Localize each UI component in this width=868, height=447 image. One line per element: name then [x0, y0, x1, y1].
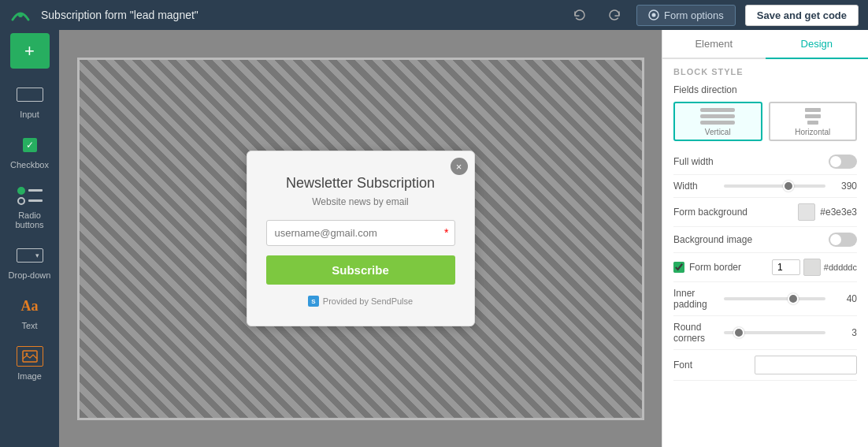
panel-tabs: Element Design [662, 30, 868, 59]
form-border-row: Form border #dddddc [673, 253, 857, 282]
form-popup: × Newsletter Subscription Website news b… [247, 151, 475, 326]
dropdown-icon: ▾ [17, 248, 43, 263]
tab-design[interactable]: Design [766, 30, 869, 59]
sidebar-item-text-label: Text [21, 321, 37, 330]
form-bg-hex: #e3e3e3 [820, 207, 857, 218]
tab-element-label: Element [695, 38, 733, 50]
dropdown-icon-box: ▾ [14, 244, 46, 267]
full-width-label: Full width [673, 156, 714, 167]
direction-options: Vertical Horizontal [673, 102, 857, 141]
inner-padding-label: Inner padding [673, 288, 724, 310]
form-close-button[interactable]: × [451, 158, 468, 175]
panel-content: BLOCK STYLE Fields direction Vertical [662, 59, 868, 389]
add-element-button[interactable]: + [10, 33, 50, 69]
topbar: Subscription form "lead magnet" Form opt… [0, 0, 868, 30]
sendpulse-logo: S [308, 296, 319, 307]
font-row: Font [673, 350, 857, 381]
radio-icon [17, 187, 43, 205]
form-border-checkbox-row: Form border [673, 262, 741, 273]
input-icon-box [14, 83, 46, 106]
round-corners-label: Round corners [673, 322, 724, 344]
bg-image-slider-knob [829, 233, 857, 247]
sidebar-item-input-label: Input [20, 110, 39, 119]
form-options-button[interactable]: Form options [636, 5, 736, 26]
form-title: Newsletter Subscription [266, 175, 455, 192]
full-width-toggle[interactable] [829, 155, 857, 169]
width-value: 390 [830, 181, 857, 192]
form-bg-label: Form background [673, 207, 747, 218]
font-label: Font [673, 359, 692, 371]
form-bg-color-row: #e3e3e3 [798, 203, 857, 221]
inner-padding-slider-row: 40 [724, 293, 857, 304]
border-color-hex: #dddddc [824, 263, 857, 272]
text-icon-box: Aa [14, 294, 46, 318]
image-icon [17, 346, 43, 367]
border-color-swatch[interactable] [803, 259, 821, 276]
app-logo [9, 4, 32, 26]
inner-padding-row: Inner padding 40 [673, 282, 857, 316]
canvas-inner: × Newsletter Subscription Website news b… [77, 58, 644, 420]
text-icon: Aa [21, 298, 39, 315]
block-style-label: BLOCK STYLE [673, 67, 857, 76]
font-input[interactable] [755, 356, 857, 374]
undo-button[interactable] [567, 2, 592, 28]
sidebar-item-checkbox[interactable]: ✓ Checkbox [2, 127, 57, 176]
round-corners-row: Round corners 3 [673, 316, 857, 350]
input-icon [17, 88, 43, 102]
form-subtitle: Website news by email [266, 196, 455, 207]
footer-text: Provided by SendPulse [323, 296, 413, 306]
border-inputs: #dddddc [772, 259, 857, 276]
round-corners-value: 3 [830, 327, 857, 338]
checkbox-icon-box: ✓ [14, 133, 46, 157]
sidebar-item-input[interactable]: Input [2, 76, 57, 125]
main-area: + Input ✓ Checkbox Radio buttons [0, 30, 868, 447]
form-bg-swatch[interactable] [798, 203, 815, 221]
form-footer: S Provided by SendPulse [266, 296, 455, 307]
width-slider[interactable] [724, 184, 825, 188]
svg-point-0 [18, 13, 23, 17]
sidebar-item-text[interactable]: Aa Text [2, 288, 57, 337]
bg-image-row: Background image [673, 227, 857, 253]
width-label: Width [673, 181, 698, 192]
round-corners-slider-row: 3 [724, 327, 857, 338]
round-corners-slider[interactable] [724, 331, 825, 334]
form-options-label: Form options [664, 9, 724, 21]
subscribe-button[interactable]: Subscribe [266, 255, 455, 285]
radio-icon-box [14, 184, 46, 207]
right-panel: Element Design BLOCK STYLE Fields direct… [662, 30, 868, 447]
bg-image-toggle[interactable] [829, 233, 857, 247]
email-field-wrap: * [266, 220, 455, 246]
direction-vertical[interactable]: Vertical [673, 102, 762, 141]
canvas-area[interactable]: × Newsletter Subscription Website news b… [59, 30, 662, 447]
subscribe-label: Subscribe [332, 263, 389, 277]
save-button[interactable]: Save and get code [745, 5, 859, 26]
page-title: Subscription form "lead magnet" [41, 9, 558, 21]
tab-design-label: Design [801, 38, 833, 50]
vertical-label: Vertical [678, 128, 758, 136]
bg-image-label: Background image [673, 234, 752, 245]
vertical-icon [678, 108, 758, 125]
direction-horizontal[interactable]: Horizontal [769, 102, 858, 141]
sidebar-item-radio-label: Radio buttons [6, 210, 54, 229]
form-border-checkbox[interactable] [673, 262, 684, 273]
sidebar-item-radio[interactable]: Radio buttons [2, 177, 57, 236]
form-border-label: Form border [689, 262, 741, 273]
email-field[interactable] [266, 220, 455, 246]
full-width-row: Full width [673, 149, 857, 175]
sidebar: + Input ✓ Checkbox Radio buttons [0, 30, 59, 447]
redo-button[interactable] [602, 2, 627, 28]
fields-direction-section: Fields direction Vertical [673, 84, 857, 141]
sidebar-item-checkbox-label: Checkbox [10, 160, 49, 169]
sidebar-item-image-label: Image [17, 371, 42, 381]
sidebar-item-dropdown[interactable]: ▾ Drop-down [2, 237, 57, 286]
width-slider-row: 390 [724, 181, 857, 192]
horizontal-icon [773, 108, 853, 125]
width-row: Width 390 [673, 175, 857, 198]
inner-padding-value: 40 [830, 293, 857, 304]
inner-padding-slider[interactable] [724, 297, 825, 300]
svg-point-2 [651, 13, 655, 17]
border-width-input[interactable] [772, 259, 800, 275]
sidebar-item-image[interactable]: Image [2, 338, 57, 387]
tab-element[interactable]: Element [662, 30, 766, 59]
image-icon-box [14, 345, 46, 368]
